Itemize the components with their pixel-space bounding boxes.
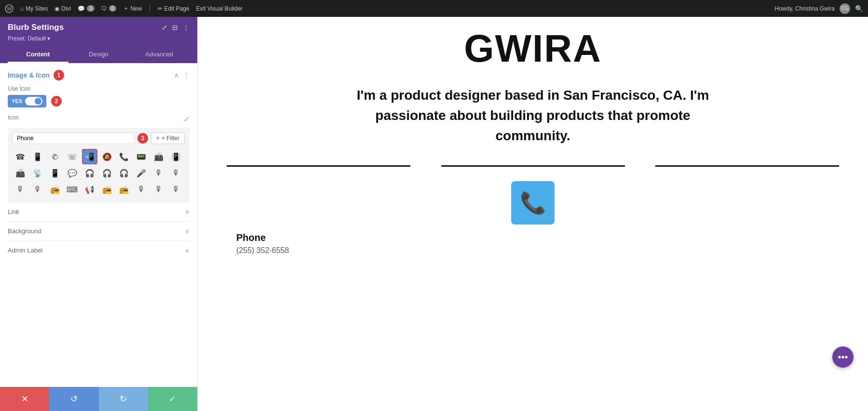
link-section[interactable]: Link ∨ [8,202,190,221]
icon-picker: 3 + + Filter ☎ 📱 ✆ ☏ 📲 🔕 📞 📟 [8,128,190,202]
icon-cell-radio2[interactable]: 📻 [99,182,115,197]
cancel-icon: ✕ [21,394,28,404]
blurb-label: Phone [227,232,839,243]
link-chevron-icon: ∨ [185,209,190,215]
more-options-icon[interactable]: ⋮ [183,24,190,31]
use-icon-toggle-row: YES 2 [8,95,190,107]
exit-builder-link[interactable]: Exit Visual Builder [196,5,243,12]
speech-bubble-link[interactable]: 🗨 0 [101,5,117,12]
bubble-icon: 🗨 [101,5,107,12]
divider-left [227,165,410,167]
icon-cell-speaker[interactable]: 📢 [82,182,97,197]
dots-icon: ••• [838,352,848,363]
icon-cell-receiver[interactable]: 📞 [116,149,132,164]
search-icon[interactable]: 🔍 [855,5,863,13]
icon-cell-mic5[interactable]: 🎙 [30,182,45,197]
float-options-button[interactable]: ••• [832,346,854,368]
divi-icon: ◉ [54,5,59,12]
section-more-icon[interactable]: ⋮ [183,71,190,79]
icon-expand-icon[interactable]: ⤢ [184,115,190,123]
my-sites-link[interactable]: ⌂ My Sites [20,5,48,12]
icon-cell-mobile2[interactable]: 📱 [47,165,63,181]
panel-tabs: Content Design Advanced [8,47,190,63]
icon-cell-pager[interactable]: 📟 [134,149,149,164]
icon-cell-phone-square[interactable]: 📲 [82,149,97,164]
redo-icon: ↻ [120,394,127,404]
blurb-icon-box[interactable]: 📞 [511,181,555,225]
admin-label-section-title: Admin Label [8,247,42,254]
icon-cell-mic2[interactable]: 🎙 [151,165,166,181]
background-section[interactable]: Background ∨ [8,221,190,240]
admin-label-section[interactable]: Admin Label ∨ [8,240,190,260]
icon-cell-mic8[interactable]: 🎙 [168,182,184,197]
icon-search-input[interactable] [13,133,135,144]
admin-label-chevron-icon: ∨ [185,247,190,254]
edit-page-link[interactable]: ✏ Edit Page [158,5,190,12]
save-button[interactable]: ✓ [148,387,197,411]
link-section-title: Link [8,208,19,215]
tab-content[interactable]: Content [8,47,68,63]
icon-cell-fax2[interactable]: 📠 [13,165,28,181]
expand-icon[interactable]: ⤢ [162,24,167,31]
icon-cell-chat[interactable]: 💬 [65,165,80,181]
bubble-count: 0 [109,5,117,12]
new-button[interactable]: ＋ New [123,4,142,13]
icon-cell-no-ring[interactable]: 🔕 [99,149,115,164]
icon-cell-satellite[interactable]: 📡 [30,165,45,181]
icon-cell-headphones2[interactable]: 🎧 [99,165,115,181]
plus-icon: ＋ [123,4,129,13]
howdy-text: Howdy, Christina Gwira [775,5,835,12]
toggle-yes-label: YES [12,98,22,104]
icon-cell-mic3[interactable]: 🎙 [168,165,184,181]
icon-cell-mic[interactable]: 🎤 [134,165,149,181]
filter-icon: + [156,135,160,142]
icon-cell-phone-alt[interactable]: ☏ [65,149,80,164]
columns-icon[interactable]: ⊟ [172,24,178,31]
blurb-value: (255) 352-6558 [227,246,839,255]
tab-design[interactable]: Design [68,47,129,63]
filter-button[interactable]: + + Filter [151,133,185,144]
collapse-icon[interactable]: ∧ [174,71,179,79]
icon-cell-handset[interactable]: ✆ [47,149,63,164]
icon-cell-headphones[interactable]: 🎧 [82,165,97,181]
icon-cell-radio3[interactable]: 📻 [116,182,132,197]
icon-cell-phone-classic[interactable]: ☎ [13,149,28,164]
image-icon-section-header: Image & Icon 1 ∧ ⋮ [8,70,190,80]
icon-cell-radio[interactable]: 📻 [47,182,63,197]
comments-count: 3 [87,5,95,12]
background-chevron-icon: ∨ [185,228,190,235]
divi-link[interactable]: ◉ Divi [54,5,71,12]
redo-button[interactable]: ↻ [99,387,148,411]
preset-selector[interactable]: Preset: Default ▾ [8,35,190,42]
icon-cell-mic6[interactable]: 🎙 [134,182,149,197]
icon-cell-keyboard[interactable]: ⌨ [65,182,80,197]
use-icon-label: Use Icon [8,85,190,92]
icon-label-row: Icon ⤢ [8,114,190,124]
wp-logo[interactable]: W [5,4,14,13]
undo-icon: ↺ [70,394,78,404]
icon-cell-mobile[interactable]: 📱 [30,149,45,164]
toggle-switch[interactable] [25,97,42,106]
background-section-title: Background [8,227,41,235]
cancel-button[interactable]: ✕ [0,387,49,411]
icon-cell-fax[interactable]: 📠 [151,149,166,164]
divider-center [441,165,625,167]
panel-body: Image & Icon 1 ∧ ⋮ Use Icon YES 2 Icon [0,63,197,387]
avatar[interactable]: CG [840,3,850,14]
site-title: GWIRA [227,27,839,71]
icon-cell-mic4[interactable]: 🎙 [13,182,28,197]
comment-icon: 💬 [78,5,85,12]
blurb-settings-panel: Blurb Settings ⤢ ⊟ ⋮ Preset: Default ▾ C… [0,17,198,411]
toggle-badge: 2 [51,96,62,106]
use-icon-toggle[interactable]: YES [8,95,46,107]
undo-button[interactable]: ↺ [49,387,98,411]
tab-advanced[interactable]: Advanced [129,47,190,63]
icon-cell-vibrate[interactable]: 📳 [168,149,184,164]
phone-icon: 📞 [520,190,546,215]
icon-cell-headphones3[interactable]: 🎧 [116,165,132,181]
home-icon: ⌂ [20,5,24,12]
blurb-icon-wrap: 📞 [227,181,839,225]
bio-text: I'm a product designer based in San Fran… [345,85,721,146]
comments-link[interactable]: 💬 3 [78,5,95,12]
icon-cell-mic7[interactable]: 🎙 [151,182,166,197]
